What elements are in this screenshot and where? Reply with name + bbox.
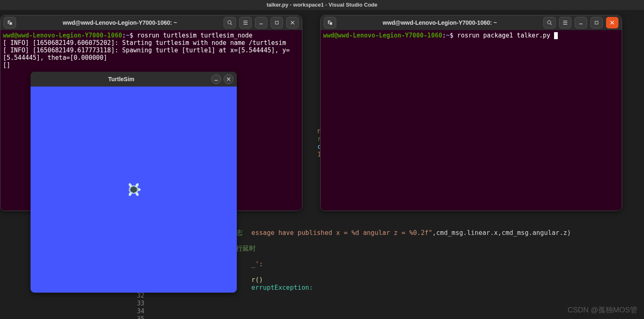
close-button[interactable] bbox=[224, 74, 234, 84]
terminal-right-body[interactable]: wwd@wwd-Lenovo-Legion-Y7000-1060:~$ rosr… bbox=[321, 30, 622, 211]
editor-frag-8: _': bbox=[251, 260, 263, 268]
svg-point-0 bbox=[228, 21, 231, 24]
turtlesim-titlebar[interactable]: TurtleSim bbox=[31, 72, 237, 87]
line-number-35: 35 bbox=[124, 315, 153, 319]
svg-point-10 bbox=[138, 188, 141, 191]
new-tab-icon bbox=[7, 20, 13, 26]
close-icon bbox=[226, 77, 231, 82]
menu-button[interactable] bbox=[559, 17, 571, 28]
close-icon bbox=[290, 20, 295, 25]
menu-button[interactable] bbox=[239, 17, 252, 28]
editor-frag-5b: ,cmd_msg.linear.x,cmd_msg.angular.z) bbox=[432, 229, 571, 237]
watermark: CSDN @孤独MOS管 bbox=[568, 305, 637, 315]
maximize-icon bbox=[274, 20, 279, 25]
new-tab-button[interactable] bbox=[324, 17, 336, 28]
turtlesim-canvas[interactable] bbox=[31, 87, 237, 293]
terminal-cursor bbox=[554, 32, 558, 39]
minimize-icon bbox=[214, 77, 219, 82]
term-left-line2: [ INFO] [1650682149.617773118]: Spawning… bbox=[3, 47, 290, 61]
minimize-icon bbox=[259, 20, 264, 25]
maximize-button[interactable] bbox=[590, 17, 603, 28]
close-button[interactable] bbox=[606, 17, 618, 28]
term-left-bracket: [] bbox=[3, 61, 10, 69]
search-icon bbox=[227, 20, 233, 26]
maximize-icon bbox=[594, 20, 599, 25]
hamburger-icon bbox=[562, 20, 568, 26]
search-icon bbox=[547, 20, 552, 26]
minimize-button[interactable] bbox=[255, 17, 267, 28]
term-left-command: rosrun turtlesim turtlesim_node bbox=[137, 32, 252, 39]
svg-line-5 bbox=[550, 23, 552, 25]
minimize-icon bbox=[578, 20, 583, 25]
close-icon bbox=[610, 20, 615, 25]
terminal-right-titlebar[interactable]: wwd@wwd-Lenovo-Legion-Y7000-1060: ~ bbox=[321, 15, 622, 30]
editor-frag-9: r() bbox=[251, 276, 263, 284]
hamburger-icon bbox=[243, 20, 248, 26]
vscode-titlebar: talker.py - workspace1 - Visual Studio C… bbox=[0, 0, 644, 10]
editor-frag-10: erruptException: bbox=[251, 284, 313, 291]
search-button[interactable] bbox=[543, 17, 556, 28]
vscode-title: talker.py - workspace1 - Visual Studio C… bbox=[267, 2, 377, 8]
line-number-32: 32 bbox=[124, 292, 153, 300]
prompt-userhost: wwd@wwd-Lenovo-Legion-Y7000-1060 bbox=[323, 32, 442, 39]
search-button[interactable] bbox=[224, 17, 236, 28]
editor-frag-5a: essage have published x = %d angular z =… bbox=[251, 229, 432, 237]
turtle-icon bbox=[125, 181, 142, 198]
terminal-right-title: wwd@wwd-Lenovo-Legion-Y7000-1060: ~ bbox=[340, 19, 540, 26]
svg-point-4 bbox=[547, 21, 551, 24]
terminal-left-titlebar[interactable]: wwd@wwd-Lenovo-Legion-Y7000-1060: ~ bbox=[0, 15, 302, 30]
new-tab-icon bbox=[327, 20, 333, 26]
maximize-button[interactable] bbox=[271, 17, 283, 28]
turtlesim-title: TurtleSim bbox=[34, 76, 209, 82]
minimize-button[interactable] bbox=[211, 74, 221, 84]
line-number-34: 34 bbox=[124, 307, 153, 315]
terminal-window-right[interactable]: wwd@wwd-Lenovo-Legion-Y7000-1060: ~ wwd@… bbox=[320, 15, 622, 211]
term-right-command: rosrun package1 talker.py bbox=[457, 32, 554, 39]
term-left-line1: [ INFO] [1650682149.606075202]: Starting… bbox=[3, 39, 286, 47]
terminal-left-title: wwd@wwd-Lenovo-Legion-Y7000-1060: ~ bbox=[19, 19, 220, 26]
new-tab-button[interactable] bbox=[4, 17, 16, 28]
prompt-userhost: wwd@wwd-Lenovo-Legion-Y7000-1060 bbox=[3, 32, 122, 39]
editor-frag-7: 行延时 bbox=[236, 245, 256, 253]
svg-line-1 bbox=[231, 23, 232, 25]
prompt-path: ~ bbox=[126, 32, 130, 39]
svg-rect-3 bbox=[276, 21, 278, 24]
turtlesim-window[interactable]: TurtleSim bbox=[31, 72, 237, 293]
svg-rect-7 bbox=[595, 21, 598, 24]
minimize-button[interactable] bbox=[575, 17, 587, 28]
line-number-33: 33 bbox=[124, 300, 153, 307]
close-button[interactable] bbox=[286, 17, 299, 28]
editor-frag-6: 志 bbox=[236, 229, 243, 237]
prompt-path: ~ bbox=[446, 32, 450, 39]
